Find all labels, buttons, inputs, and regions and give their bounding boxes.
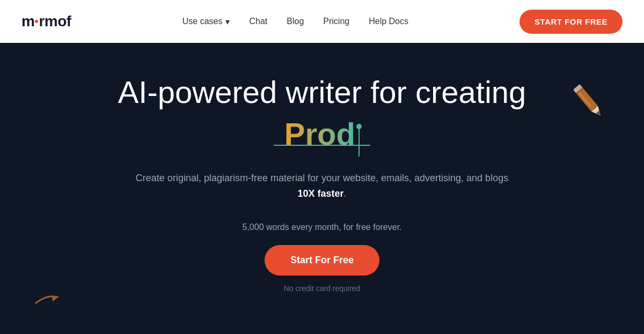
no-credit-card-text: No credit card required <box>284 284 360 293</box>
chevron-down-icon: ▾ <box>225 17 230 27</box>
nav-use-cases-label: Use cases <box>182 17 223 26</box>
hero-title: AI-powered writer for creating <box>118 73 526 111</box>
nav-cta-button[interactable]: START FOR FREE <box>519 10 623 34</box>
hero-words-text: 5,000 words every month, for free foreve… <box>242 222 401 232</box>
logo-text: mrmof <box>21 13 71 30</box>
nav-item-use-cases[interactable]: Use cases ▾ <box>182 17 230 27</box>
nav-blog-link[interactable]: Blog <box>287 17 304 26</box>
nav-item-chat[interactable]: Chat <box>249 17 267 26</box>
nav-pricing-link[interactable]: Pricing <box>323 17 349 26</box>
hero-animated-word-container: Prod <box>274 116 370 167</box>
navbar: mrmof Use cases ▾ Chat Blog Pricing Help… <box>0 0 644 43</box>
nav-chat-link[interactable]: Chat <box>249 17 267 26</box>
start-for-free-button[interactable]: Start For Free <box>265 245 379 276</box>
logo-dot <box>35 20 38 23</box>
nav-item-pricing[interactable]: Pricing <box>323 17 349 26</box>
nav-links: Use cases ▾ Chat Blog Pricing Help Docs <box>182 17 408 27</box>
pencil-icon <box>561 72 619 131</box>
hero-desc-normal: Create original, plagiarism-free materia… <box>136 173 508 183</box>
cursor-line <box>358 124 360 157</box>
nav-item-blog[interactable]: Blog <box>287 17 304 26</box>
hero-desc-end: . <box>344 188 347 199</box>
arrow-icon <box>26 281 65 322</box>
hero-section: AI-powered writer for creating Prod Crea… <box>0 43 644 334</box>
hero-animated-text: Prod <box>284 116 355 151</box>
hero-description: Create original, plagiarism-free materia… <box>134 170 510 202</box>
hero-desc-bold: 10X faster <box>297 188 343 199</box>
nav-help-link[interactable]: Help Docs <box>369 17 408 26</box>
cursor-wrapper <box>357 127 360 159</box>
logo[interactable]: mrmof <box>21 13 71 30</box>
nav-item-help[interactable]: Help Docs <box>369 17 408 26</box>
